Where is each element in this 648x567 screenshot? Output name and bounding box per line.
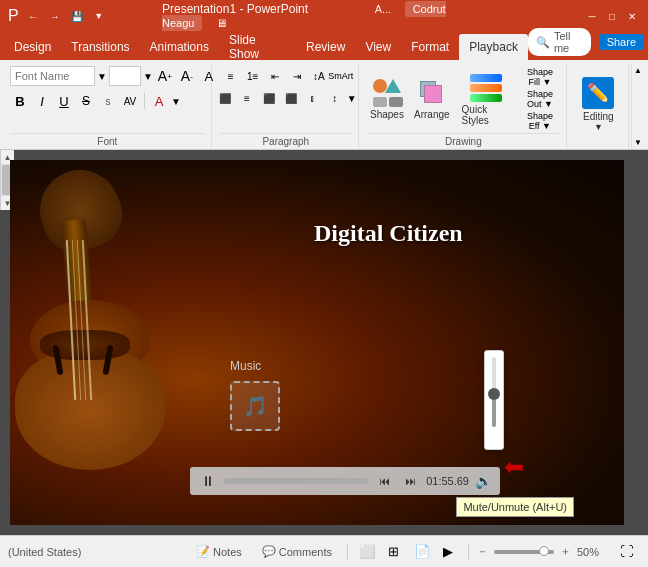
tab-view[interactable]: View	[355, 34, 401, 60]
align-center-button[interactable]: ≡	[237, 88, 257, 108]
ribbon-group-drawing: Shapes Arrange Quick Styles Shape Fi	[361, 64, 567, 149]
zoom-in-icon[interactable]: ＋	[560, 544, 571, 559]
shapes-button[interactable]: Shapes	[367, 74, 407, 123]
arrange-button[interactable]: Arrange	[411, 74, 453, 123]
font-color-button[interactable]: A	[149, 91, 169, 111]
quick-access-pin[interactable]: ▼	[91, 8, 107, 24]
status-divider	[347, 544, 348, 560]
view-normal-button[interactable]: ⬜	[356, 541, 379, 562]
quick-styles-button[interactable]: Quick Styles	[457, 69, 516, 129]
ribbon-scroll-down-icon[interactable]: ▼	[634, 138, 642, 147]
tab-slideshow[interactable]: Slide Show	[219, 34, 296, 60]
prev-button[interactable]: ⏮	[374, 471, 394, 491]
tab-animations[interactable]: Animations	[140, 34, 219, 60]
char-spacing-button[interactable]: AV	[120, 91, 140, 111]
slide-canvas[interactable]: Digital Citizen Music 🎵 ⏸ ⏮ ⏭	[10, 160, 624, 525]
shapes-icon	[371, 77, 403, 109]
shadow-button[interactable]: s	[98, 91, 118, 111]
pause-button[interactable]: ⏸	[198, 471, 218, 491]
editing-button[interactable]: ✏️ Editing ▼	[575, 75, 622, 135]
mute-tooltip: Mute/Unmute (Alt+U)	[456, 497, 574, 517]
font-name-input[interactable]	[10, 66, 95, 86]
font-size-dropdown-icon[interactable]: ▼	[143, 71, 153, 82]
editing-icon: ✏️	[582, 77, 614, 109]
convert-smartart-button[interactable]: SmArt	[331, 66, 351, 86]
tell-me-button[interactable]: 🔍 Tell me	[528, 28, 591, 56]
progress-bar[interactable]	[224, 478, 368, 484]
tab-playback[interactable]: Playback	[459, 34, 528, 60]
align-right-button[interactable]: ⬛	[259, 88, 279, 108]
align-left-button[interactable]: ⬛	[215, 88, 235, 108]
justify-button[interactable]: ⬛	[281, 88, 301, 108]
font-name-dropdown-icon[interactable]: ▼	[97, 71, 107, 82]
slide-area[interactable]: Digital Citizen Music 🎵 ⏸ ⏮ ⏭	[0, 150, 648, 535]
ribbon-body: ▼ 22 ▼ A+ A- A B I U S s AV A ▼ Font	[0, 60, 648, 150]
tab-transitions[interactable]: Transitions	[61, 34, 139, 60]
notes-button[interactable]: 📝 Notes	[189, 542, 249, 561]
tab-design[interactable]: Design	[4, 34, 61, 60]
decrease-font-button[interactable]: A-	[177, 66, 197, 86]
tab-format[interactable]: Format	[401, 34, 459, 60]
ribbon-scrollbar[interactable]: ▲ ▼	[631, 64, 644, 149]
language-indicator: (United States)	[8, 546, 81, 558]
increase-indent-button[interactable]: ⇥	[287, 66, 307, 86]
editing-label: Editing	[583, 111, 614, 122]
zoom-level: 50%	[577, 546, 607, 558]
view-slideshow-button[interactable]: ▶	[440, 541, 460, 562]
volume-slider-popup[interactable]	[484, 350, 504, 450]
zoom-out-icon[interactable]: －	[477, 544, 488, 559]
status-right: 📝 Notes 💬 Comments ⬜ ⊞ 📄 ▶ － ＋ 50% ⛶	[189, 541, 640, 562]
italic-button[interactable]: I	[32, 91, 52, 111]
editing-dropdown-icon[interactable]: ▼	[594, 122, 603, 132]
minimize-button[interactable]: ─	[584, 8, 600, 24]
shape-effects-button[interactable]: Shape Eff ▼	[520, 111, 560, 131]
volume-thumb[interactable]	[488, 388, 500, 400]
comments-button[interactable]: 💬 Comments	[255, 542, 339, 561]
quick-styles-label: Quick Styles	[462, 104, 511, 126]
notes-icon: 📝	[196, 545, 210, 558]
quick-access-undo[interactable]: ←	[25, 8, 41, 24]
app-logo-icon: P	[8, 7, 19, 25]
quick-access-redo[interactable]: →	[47, 8, 63, 24]
view-grid-button[interactable]: ⊞	[385, 541, 405, 562]
ribbon-group-editing: ✏️ Editing ▼	[569, 64, 629, 149]
columns-button[interactable]: ⫾	[303, 88, 323, 108]
maximize-button[interactable]: □	[604, 8, 620, 24]
ribbon-right-actions: 🔍 Tell me Share	[528, 28, 644, 60]
volume-button[interactable]: 🔊	[475, 473, 492, 489]
fit-window-button[interactable]: ⛶	[613, 541, 640, 562]
quick-access-save[interactable]: 💾	[69, 8, 85, 24]
paragraph-group-label: Paragraph	[220, 133, 352, 149]
font-size-input[interactable]: 22	[109, 66, 141, 86]
text-direction-button[interactable]: ↕A	[309, 66, 329, 86]
line-spacing-button[interactable]: ↕	[325, 88, 345, 108]
music-icon[interactable]: 🎵	[230, 381, 280, 431]
media-icon-area[interactable]: 🎵	[230, 381, 280, 431]
underline-button[interactable]: U	[54, 91, 74, 111]
shape-fill-button[interactable]: Shape Fill ▼	[520, 67, 560, 87]
decrease-indent-button[interactable]: ⇤	[265, 66, 285, 86]
title-bar-left: P ← → 💾 ▼	[8, 7, 107, 25]
volume-track[interactable]	[492, 357, 496, 427]
next-button[interactable]: ⏭	[400, 471, 420, 491]
shape-outline-button[interactable]: Shape Out ▼	[520, 89, 560, 109]
notes-label: Notes	[213, 546, 242, 558]
zoom-slider[interactable]	[494, 550, 554, 554]
ribbon-scroll-up-icon[interactable]: ▲	[634, 66, 642, 75]
bold-button[interactable]: B	[10, 91, 30, 111]
strikethrough-button[interactable]: S	[76, 91, 96, 111]
tab-review[interactable]: Review	[296, 34, 355, 60]
view-reading-button[interactable]: 📄	[411, 541, 434, 562]
window-controls[interactable]: ─ □ ✕	[584, 8, 640, 24]
font-color-dropdown[interactable]: ▼	[171, 96, 181, 107]
numbering-button[interactable]: 1≡	[243, 66, 263, 86]
zoom-thumb[interactable]	[539, 546, 549, 556]
font-name-row: ▼ 22 ▼ A+ A- A	[10, 66, 219, 86]
close-button[interactable]: ✕	[624, 8, 640, 24]
time-display: 01:55.69	[426, 475, 469, 487]
bullets-button[interactable]: ≡	[221, 66, 241, 86]
status-bar: (United States) 📝 Notes 💬 Comments ⬜ ⊞ 📄…	[0, 535, 648, 567]
share-button[interactable]: Share	[599, 34, 644, 50]
increase-font-button[interactable]: A+	[155, 66, 175, 86]
line-spacing-dropdown[interactable]: ▼	[347, 93, 357, 104]
